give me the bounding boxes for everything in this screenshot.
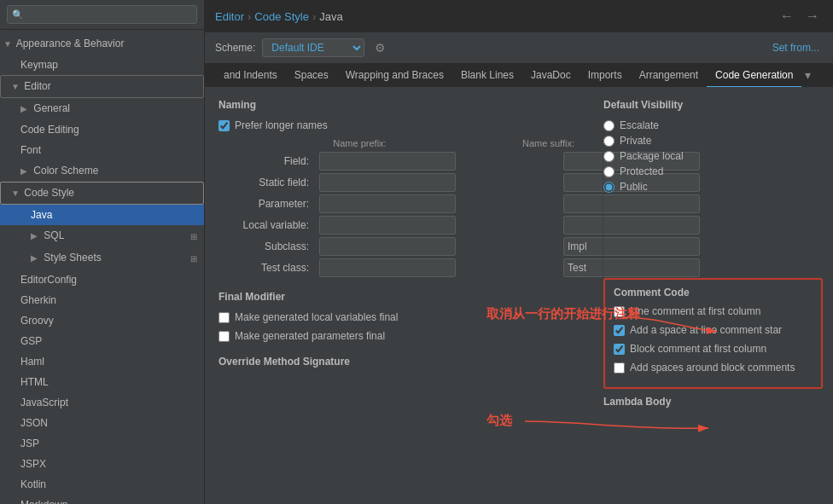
sidebar-item-groovy[interactable]: Groovy bbox=[0, 310, 204, 331]
sidebar-item-editor[interactable]: ▼ Editor bbox=[0, 75, 204, 98]
expand-icon: ▼ bbox=[11, 78, 21, 96]
breadcrumb: Editor › Code Style › Java bbox=[215, 10, 343, 23]
nav-forward-button[interactable]: → bbox=[802, 7, 823, 26]
tab-code-generation[interactable]: Code Generation bbox=[707, 64, 801, 88]
right-panel: Default Visibility Escalate Private Pack… bbox=[603, 89, 833, 504]
sidebar-item-sql[interactable]: ▶ SQL ⊞ bbox=[0, 225, 204, 247]
block-comment-first-col-checkbox[interactable] bbox=[614, 344, 625, 355]
sidebar-item-style-sheets[interactable]: ▶ Style Sheets ⊞ bbox=[0, 247, 204, 269]
sidebar-item-code-style[interactable]: ▼ Code Style bbox=[0, 182, 204, 205]
radio-private: Private bbox=[603, 135, 823, 147]
breadcrumb-java: Java bbox=[319, 10, 342, 23]
sidebar-item-gherkin[interactable]: Gherkin bbox=[0, 290, 204, 310]
radio-private-label: Private bbox=[620, 135, 651, 147]
radio-private-input[interactable] bbox=[603, 136, 615, 147]
line-comment-first-col-label: Line comment at first column bbox=[630, 305, 760, 317]
line-comment-first-col-checkbox[interactable] bbox=[614, 306, 625, 317]
tab-spaces[interactable]: Spaces bbox=[286, 64, 337, 88]
sidebar-item-color-scheme[interactable]: ▶ Color Scheme bbox=[0, 160, 204, 182]
sidebar-item-gsp[interactable]: GSP bbox=[0, 331, 204, 351]
tab-overflow-button[interactable]: ▾ bbox=[801, 63, 814, 87]
sidebar-item-json[interactable]: JSON bbox=[0, 413, 204, 433]
add-space-row: Add a space at line comment star bbox=[614, 324, 813, 336]
add-space-checkbox[interactable] bbox=[614, 325, 625, 336]
tab-javadoc[interactable]: JavaDoc bbox=[522, 64, 580, 88]
comment-code-box: Comment Code Line comment at first colum… bbox=[603, 278, 823, 389]
tab-blank-lines[interactable]: Blank Lines bbox=[452, 64, 522, 88]
sidebar-item-code-editing[interactable]: Code Editing bbox=[0, 119, 204, 140]
radio-public-input[interactable] bbox=[603, 182, 615, 193]
field-label: Field: bbox=[218, 155, 312, 167]
sidebar: 🔍 ▼ Appearance & Behavior Keymap ▼ Edito… bbox=[0, 0, 205, 504]
sidebar-tree: ▼ Appearance & Behavior Keymap ▼ Editor … bbox=[0, 30, 204, 504]
local-variable-prefix-input[interactable] bbox=[319, 216, 456, 235]
radio-public-label: Public bbox=[620, 181, 648, 193]
tabs-bar: and Indents Spaces Wrapping and Braces B… bbox=[205, 63, 833, 89]
add-space-label: Add a space at line comment star bbox=[630, 324, 782, 336]
line-comment-first-col-row: Line comment at first column bbox=[614, 305, 813, 317]
prefer-longer-names-row: Prefer longer names bbox=[218, 119, 589, 131]
radio-escalate-label: Escalate bbox=[620, 119, 659, 131]
make-params-final-checkbox[interactable] bbox=[218, 331, 230, 342]
sidebar-item-editorconfig[interactable]: EditorConfig bbox=[0, 269, 204, 290]
radio-escalate-input[interactable] bbox=[603, 120, 615, 131]
subclass-prefix-input[interactable] bbox=[319, 237, 456, 256]
nav-arrows: ← → bbox=[777, 7, 823, 26]
tab-and-indents[interactable]: and Indents bbox=[215, 64, 286, 88]
sidebar-item-markdown[interactable]: Markdown bbox=[0, 495, 204, 504]
parameter-prefix-input[interactable] bbox=[319, 194, 456, 213]
expand-icon: ▶ bbox=[20, 163, 31, 180]
nav-back-button[interactable]: ← bbox=[777, 7, 797, 26]
search-input[interactable] bbox=[7, 5, 197, 24]
name-prefix-header: Name prefix: bbox=[319, 138, 400, 148]
badge-icon: ⊞ bbox=[190, 251, 197, 268]
breadcrumb-code-style[interactable]: Code Style bbox=[254, 10, 309, 23]
sidebar-item-appearance[interactable]: ▼ Appearance & Behavior bbox=[0, 33, 204, 55]
add-spaces-around-label: Add spaces around block comments bbox=[630, 362, 795, 374]
expand-icon: ▶ bbox=[20, 101, 31, 118]
test-class-prefix-input[interactable] bbox=[319, 258, 456, 277]
naming-section: Naming Prefer longer names Name prefix: … bbox=[218, 99, 589, 277]
prefer-longer-names-label: Prefer longer names bbox=[235, 119, 328, 131]
breadcrumb-sep1: › bbox=[248, 10, 251, 23]
badge-icon: ⊞ bbox=[190, 229, 197, 246]
lambda-title: Lambda Body bbox=[603, 396, 823, 408]
final-modifier-section: Final Modifier Make generated local vari… bbox=[218, 291, 589, 342]
gear-button[interactable]: ⚙ bbox=[371, 39, 389, 56]
radio-escalate: Escalate bbox=[603, 119, 823, 131]
radio-package-local-input[interactable] bbox=[603, 151, 615, 162]
visibility-section: Default Visibility Escalate Private Pack… bbox=[603, 99, 823, 193]
static-field-prefix-input[interactable] bbox=[319, 173, 456, 192]
breadcrumb-editor[interactable]: Editor bbox=[215, 10, 244, 23]
tab-arrangement[interactable]: Arrangement bbox=[631, 64, 707, 88]
sidebar-item-keymap[interactable]: Keymap bbox=[0, 55, 204, 75]
breadcrumb-sep2: › bbox=[312, 10, 316, 23]
test-class-label: Test class: bbox=[218, 262, 312, 274]
field-prefix-input[interactable] bbox=[319, 152, 456, 171]
radio-protected-input[interactable] bbox=[603, 166, 615, 177]
naming-section-title: Naming bbox=[218, 99, 589, 111]
parameter-label: Parameter: bbox=[218, 198, 312, 210]
tab-imports[interactable]: Imports bbox=[580, 64, 631, 88]
sidebar-item-haml[interactable]: Haml bbox=[0, 351, 204, 372]
scheme-select[interactable]: Default IDE bbox=[262, 38, 364, 57]
subclass-label: Subclass: bbox=[218, 240, 312, 252]
sidebar-item-kotlin[interactable]: Kotlin bbox=[0, 474, 204, 495]
prefer-longer-names-checkbox[interactable] bbox=[218, 120, 230, 131]
set-from-link[interactable]: Set from... bbox=[772, 42, 819, 54]
sidebar-item-jsp[interactable]: JSP bbox=[0, 433, 204, 454]
main-panel: Editor › Code Style › Java ← → Scheme: D… bbox=[205, 0, 833, 504]
sidebar-item-html[interactable]: HTML bbox=[0, 372, 204, 392]
radio-package-local: Package local bbox=[603, 150, 823, 162]
sidebar-item-general[interactable]: ▶ General bbox=[0, 98, 204, 119]
add-spaces-around-checkbox[interactable] bbox=[614, 362, 625, 374]
comment-code-title: Comment Code bbox=[614, 287, 813, 298]
sidebar-item-font[interactable]: Font bbox=[0, 140, 204, 160]
expand-icon: ▼ bbox=[11, 185, 21, 202]
make-local-final-checkbox[interactable] bbox=[218, 312, 230, 323]
sidebar-item-java[interactable]: Java bbox=[0, 205, 204, 225]
tab-wrapping-braces[interactable]: Wrapping and Braces bbox=[337, 64, 452, 88]
static-field-label: Static field: bbox=[218, 177, 312, 188]
sidebar-item-jspx[interactable]: JSPX bbox=[0, 454, 204, 474]
sidebar-item-javascript[interactable]: JavaScript bbox=[0, 392, 204, 413]
